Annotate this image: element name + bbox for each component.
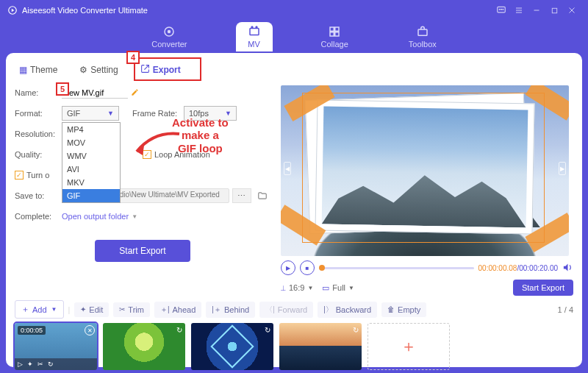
clip-strip: 0:00:05 ✕ ▷ ✦ ✂ ↻ ↻ ↻ ↻ ＋: [15, 323, 573, 370]
nav-mv[interactable]: MV: [236, 22, 273, 51]
gpu-label: Turn o: [26, 171, 49, 180]
volume-icon[interactable]: [562, 262, 573, 274]
forward-icon: 〈|: [265, 305, 275, 315]
format-option[interactable]: MKV: [62, 176, 120, 189]
format-option[interactable]: MP4: [62, 123, 120, 136]
complete-action[interactable]: Open output folder: [62, 212, 129, 221]
titlebar: Aiseesoft Video Converter Ultimate: [0, 0, 588, 21]
nav-collage[interactable]: Collage: [309, 22, 360, 51]
preview-canvas[interactable]: ◀ ▶: [281, 85, 569, 256]
ahead-button[interactable]: ＋|Ahead: [154, 302, 201, 318]
clip-thumb-3[interactable]: ↻: [191, 323, 273, 370]
time-current: 00:00:00.08: [478, 264, 517, 272]
behind-icon: |＋: [212, 305, 221, 315]
seek-knob[interactable]: [319, 265, 325, 271]
btn-label: Backward: [336, 305, 371, 314]
tab-theme[interactable]: ▦ Theme: [15, 62, 62, 78]
checkbox-icon: [143, 150, 151, 159]
name-input[interactable]: [62, 88, 128, 99]
format-option[interactable]: MOV: [62, 136, 120, 149]
clip-thumb-4[interactable]: ↻: [279, 323, 362, 370]
playback-controls: ▶ ■ 00:00:00.08/00:00:20.00: [281, 260, 573, 275]
scissors-icon: ✂: [119, 305, 125, 313]
remove-clip-icon[interactable]: ✕: [85, 325, 95, 335]
menu-icon[interactable]: [510, 1, 528, 19]
rotate-icon[interactable]: ↻: [48, 360, 54, 368]
format-option-selected[interactable]: GIF: [62, 189, 120, 202]
wand-icon: ✦: [80, 305, 86, 313]
preview-options: ⟂ 16:9 ▼ ▭ Full ▼ Start Export: [281, 280, 573, 296]
converter-icon: [162, 25, 176, 38]
complete-label: Complete:: [15, 212, 62, 221]
svg-rect-22: [418, 29, 427, 35]
ahead-icon: ＋|: [160, 305, 170, 315]
backward-button[interactable]: |〉Backward: [318, 302, 377, 318]
empty-button[interactable]: 🗑Empty: [381, 302, 426, 317]
annotation-badge-5: 5: [56, 82, 69, 96]
browse-button[interactable]: ⋯: [232, 188, 251, 203]
top-nav: Converter MV Collage Toolbox: [0, 21, 588, 53]
format-option[interactable]: AVI: [62, 163, 120, 176]
svg-point-17: [256, 26, 257, 28]
stop-button[interactable]: ■: [300, 260, 315, 275]
rotate-icon[interactable]: ↻: [176, 326, 182, 334]
nav-converter[interactable]: Converter: [140, 22, 198, 51]
aspect-select[interactable]: ⟂ 16:9 ▼: [281, 283, 313, 292]
add-clip-card[interactable]: ＋: [368, 323, 450, 370]
nav-toolbox[interactable]: Toolbox: [397, 22, 448, 51]
start-export-button-right[interactable]: Start Export: [513, 280, 573, 296]
start-export-button[interactable]: Start Export: [95, 240, 190, 262]
row-format: Format: GIF ▼ Frame Rate: 10fps ▼: [15, 106, 270, 121]
svg-rect-15: [250, 29, 259, 35]
annotation-badge-4: 4: [126, 51, 140, 64]
resize-handle-right[interactable]: ▶: [559, 162, 566, 175]
fit-select[interactable]: ▭ Full ▼: [322, 283, 354, 293]
open-folder-icon[interactable]: [254, 188, 270, 203]
tab-export[interactable]: Export: [136, 61, 185, 79]
btn-label: Behind: [224, 305, 249, 314]
svg-marker-1: [12, 9, 14, 13]
resize-handle-left[interactable]: ◀: [284, 162, 291, 175]
collage-icon: [328, 25, 341, 38]
chevron-down-icon: ▼: [348, 285, 354, 291]
close-button[interactable]: [563, 1, 581, 19]
annotation-callout: Activate to make a GIF loop: [172, 116, 229, 154]
chevron-down-icon: ▼: [51, 306, 57, 313]
row-complete: Complete: Open output folder ▼: [15, 209, 270, 224]
edit-name-icon[interactable]: [131, 88, 139, 98]
grid-icon: ▦: [19, 65, 27, 75]
preview-panel: ◀ ▶ ▶ ■ 00:00:00.08/00:00:20.00 ⟂ 16:9 ▼: [281, 85, 573, 296]
format-select[interactable]: GIF ▼: [62, 106, 119, 121]
trim-button[interactable]: ✂Trim: [113, 302, 150, 317]
row-saveto: Save to: D:\Aiseesoft Studio\New Ultimat…: [15, 188, 270, 203]
behind-button[interactable]: |＋Behind: [206, 302, 255, 318]
feedback-icon[interactable]: [492, 1, 510, 19]
edit-button[interactable]: ✦Edit: [74, 302, 109, 317]
format-dropdown: MP4 MOV WMV AVI MKV GIF: [62, 122, 121, 203]
clip-thumb-1[interactable]: 0:00:05 ✕ ▷ ✦ ✂ ↻: [15, 323, 97, 370]
time-display: 00:00:00.08/00:00:20.00: [478, 264, 558, 272]
page-total: 4: [569, 305, 573, 314]
chevron-down-icon[interactable]: ▼: [132, 213, 137, 220]
clip-thumb-2[interactable]: ↻: [103, 323, 185, 370]
time-total: 00:00:20.00: [519, 264, 558, 272]
scissors-icon[interactable]: ✂: [37, 360, 43, 368]
wand-icon[interactable]: ✦: [27, 360, 33, 368]
gpu-checkbox[interactable]: Turn o: [15, 171, 49, 180]
format-option[interactable]: WMV: [62, 149, 120, 163]
play-button[interactable]: ▶: [281, 260, 295, 275]
svg-point-4: [501, 9, 502, 10]
rotate-icon[interactable]: ↻: [265, 326, 270, 334]
seek-bar[interactable]: [319, 267, 474, 269]
plus-icon: ＋: [401, 335, 417, 358]
maximize-button[interactable]: [545, 1, 563, 19]
forward-button[interactable]: 〈|Forward: [259, 302, 313, 318]
tab-setting[interactable]: ⚙ Setting: [75, 62, 122, 78]
callout-line: GIF loop: [172, 142, 229, 154]
page-counter: 1 / 4: [558, 305, 573, 314]
callout-line: make a: [172, 129, 229, 141]
minimize-button[interactable]: [528, 1, 545, 19]
play-icon[interactable]: ▷: [18, 360, 23, 368]
add-button[interactable]: ＋Add▼: [15, 300, 64, 319]
rotate-icon[interactable]: ↻: [353, 326, 359, 334]
